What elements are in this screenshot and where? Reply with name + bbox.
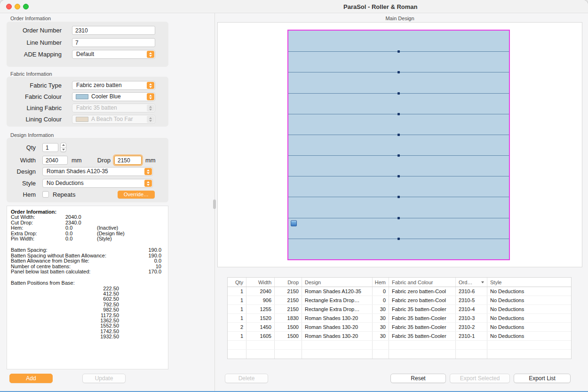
column-header-hem[interactable]: Hem xyxy=(373,278,389,287)
column-header-qty[interactable]: Qty xyxy=(228,278,246,287)
title-bar: ParaSol - Roller & Roman xyxy=(0,0,588,13)
width-input[interactable] xyxy=(42,156,68,165)
summary-label: Panel below last batten calculated: xyxy=(11,269,90,274)
summary-value: 170.0 xyxy=(148,269,161,274)
table-cell: Rectangle Extra Drop… xyxy=(302,305,373,313)
note-icon[interactable] xyxy=(291,220,297,226)
style-value: No Deductions xyxy=(47,179,84,187)
lining-colour-label: Lining Colour xyxy=(7,115,62,124)
batten-position-value: 982.50 xyxy=(11,307,119,312)
table-cell: 1 xyxy=(228,296,246,304)
column-header-label: Design xyxy=(305,278,321,287)
table-row[interactable]: 214501500Roman Shades 130-2030Fabric 35 … xyxy=(228,323,571,332)
fabric-type-dropdown[interactable]: Fabric zero batten xyxy=(72,81,155,90)
orders-table: QtyWidthDropDesignHemFabric and ColourOr… xyxy=(227,277,572,359)
summary-label: Pin Width: xyxy=(11,236,34,241)
qty-stepper[interactable] xyxy=(60,143,66,152)
table-cell: 1450 xyxy=(246,323,275,331)
table-cell: No Deductions xyxy=(487,314,571,322)
batten-position-value: 1932.50 xyxy=(11,334,119,339)
batten-dot xyxy=(397,134,400,136)
hem-checkbox[interactable] xyxy=(42,191,49,198)
style-dropdown[interactable]: No Deductions xyxy=(42,179,153,188)
drop-unit-label: mm xyxy=(145,156,156,165)
stepper-up-icon[interactable] xyxy=(61,143,66,148)
batten-position-row: 1362.50 xyxy=(11,318,164,323)
order-number-input[interactable] xyxy=(72,26,155,35)
design-shape[interactable] xyxy=(287,30,510,260)
design-canvas[interactable] xyxy=(217,22,582,267)
window-title: ParaSol - Roller & Roman xyxy=(343,3,417,10)
table-row[interactable]: 120402150Roman Shades A120-350Fabric zer… xyxy=(228,287,571,296)
column-header-width[interactable]: Width xyxy=(246,278,275,287)
column-header-drop[interactable]: Drop xyxy=(275,278,302,287)
table-cell: 906 xyxy=(246,296,275,304)
dropdown-arrows-icon xyxy=(147,51,154,58)
table-row[interactable]: 19062150Rectangle Extra Drop…0Fabric zer… xyxy=(228,296,571,305)
minimize-window-button[interactable] xyxy=(15,4,20,9)
batten-positions-title: Batten Positions from Base: xyxy=(11,280,164,286)
table-cell: 1255 xyxy=(246,305,275,313)
design-information-section-label: Design Information xyxy=(10,132,54,138)
summary-label: Batten Spacing: xyxy=(11,247,48,253)
design-label: Design xyxy=(7,167,36,176)
override-button[interactable]: Override… xyxy=(118,191,155,199)
close-window-button[interactable] xyxy=(6,4,12,9)
line-number-input[interactable] xyxy=(72,38,155,47)
column-header-label: Hem xyxy=(375,278,386,287)
main-design-title: Main Design xyxy=(217,16,582,21)
column-header-ord-[interactable]: Ord… xyxy=(456,278,487,287)
dropdown-arrows-icon xyxy=(147,104,154,112)
summary-value: 0.0 xyxy=(65,225,72,231)
column-header-label: Fabric and Colour xyxy=(392,278,433,287)
splitter-handle[interactable] xyxy=(213,200,216,209)
table-cell: No Deductions xyxy=(487,287,571,296)
table-row[interactable]: 112552150Rectangle Extra Drop…30Fabric 3… xyxy=(228,305,571,314)
dropdown-arrows-icon xyxy=(144,180,152,187)
summary-label: Batten Allowance from Design file: xyxy=(11,258,89,264)
column-header-style[interactable]: Style xyxy=(487,278,571,287)
table-row[interactable]: 115201830Roman Shades 130-2030Fabric 35 … xyxy=(228,314,571,323)
table-cell xyxy=(228,341,246,349)
ade-mapping-dropdown[interactable]: Default xyxy=(72,50,155,59)
add-button[interactable]: Add xyxy=(9,374,53,383)
ade-mapping-value: Default xyxy=(76,50,94,58)
column-header-design[interactable]: Design xyxy=(302,278,373,287)
batten-dot xyxy=(397,238,400,240)
drop-input[interactable] xyxy=(114,156,142,165)
stepper-down-icon[interactable] xyxy=(61,148,66,152)
table-cell: 2150 xyxy=(275,305,302,313)
zoom-window-button[interactable] xyxy=(23,4,29,9)
batten-position-row: 1172.50 xyxy=(11,313,164,318)
fabric-information-section-label: Fabric Information xyxy=(10,71,52,77)
summary-batten-row: Panel below last batten calculated:170.0 xyxy=(11,269,164,274)
reset-button[interactable]: Reset xyxy=(390,374,446,383)
table-empty-row xyxy=(228,341,571,350)
qty-input[interactable] xyxy=(42,143,58,152)
column-header-label: Ord… xyxy=(459,278,472,287)
table-cell: 0 xyxy=(373,296,389,304)
sort-chevron-icon xyxy=(481,281,484,283)
table-cell: 2310-3 xyxy=(456,314,487,322)
batten-dot xyxy=(397,71,400,73)
table-cell: Roman Shades 130-20 xyxy=(302,314,373,322)
update-button: Update xyxy=(82,374,126,383)
export-list-button[interactable]: Export List xyxy=(514,374,571,383)
fabric-colour-label: Fabric Colour xyxy=(7,92,62,101)
design-dropdown[interactable]: Roman Shades A120-35 xyxy=(42,167,153,176)
fabric-colour-dropdown[interactable]: Cooler Blue xyxy=(72,92,155,101)
batten-dot xyxy=(397,92,400,95)
column-header-fabric-and-colour[interactable]: Fabric and Colour xyxy=(389,278,456,287)
design-value: Roman Shades A120-35 xyxy=(47,168,108,176)
dropdown-arrows-icon xyxy=(147,93,154,100)
table-cell: 2310-1 xyxy=(456,332,487,340)
hem-label: Hem xyxy=(7,190,36,199)
style-label: Style xyxy=(7,179,36,188)
lining-fabric-dropdown: Fabric 35 batten xyxy=(72,104,155,112)
table-row[interactable]: 116051500Roman Shades 130-2030Fabric 35 … xyxy=(228,332,571,341)
batten-dot xyxy=(397,154,400,157)
table-cell xyxy=(275,350,302,359)
table-cell xyxy=(487,350,571,359)
order-number-label: Order Number xyxy=(7,26,62,35)
table-cell: Rectangle Extra Drop… xyxy=(302,296,373,304)
